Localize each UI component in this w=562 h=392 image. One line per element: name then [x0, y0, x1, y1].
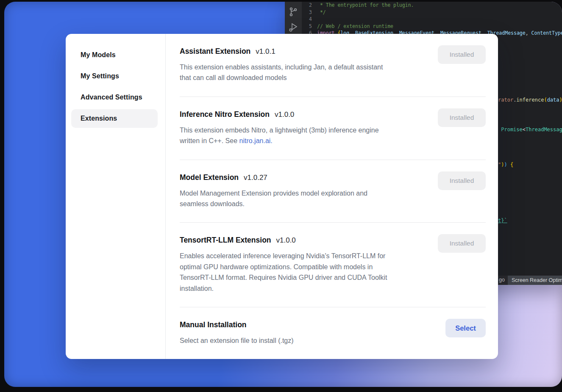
code-token: Promise — [498, 127, 523, 133]
code-fragment: Promise<ThreadMessage> — [498, 127, 562, 133]
code-fragment: t}` — [498, 218, 507, 224]
code-token: ) — [559, 97, 562, 103]
code-token: , — [526, 30, 531, 36]
sidebar-item-advanced-settings[interactable]: Advanced Settings — [71, 88, 158, 107]
code-line: 4 — [302, 16, 562, 23]
extension-description: Select an extension file to install (.tg… — [180, 335, 426, 346]
extension-section: Assistant Extensionv1.0.1This extension … — [180, 34, 486, 97]
code-text: // Web / extension runtime — [317, 23, 393, 30]
code-token: ThreadMessage — [526, 127, 562, 133]
code-token: { — [507, 162, 513, 168]
extension-version: v1.0.0 — [275, 110, 294, 119]
code-lines: 2 * The entrypoint for the plugin.3 */45… — [302, 2, 562, 37]
code-text: * The entrypoint for the plugin. — [317, 2, 414, 9]
status-bar-text: go — [499, 277, 505, 283]
sidebar-item-my-models[interactable]: My Models — [71, 46, 158, 64]
extension-title: Manual Installation — [180, 320, 247, 329]
code-fragment: rator.inference(data)); — [498, 97, 562, 103]
extension-section: Manual InstallationSelect an extension f… — [180, 307, 486, 359]
code-line: 2 * The entrypoint for the plugin. — [302, 2, 562, 9]
run-debug-icon[interactable] — [288, 22, 298, 32]
extension-title: Inference Nitro Extension — [180, 110, 270, 119]
line-number: 3 — [302, 9, 317, 16]
select-button[interactable]: Select — [445, 319, 486, 337]
extension-title: TensortRT-LLM Extension — [180, 236, 271, 244]
installed-button[interactable]: Installed — [438, 234, 486, 253]
code-token: rator — [498, 97, 513, 103]
code-fragment: ")) { — [498, 162, 513, 168]
installed-button[interactable]: Installed — [438, 108, 486, 127]
code-token: * The entrypoint for the plugin. — [317, 2, 414, 8]
extension-section: Model Extensionv1.0.27Model Management E… — [180, 160, 486, 223]
code-token: t}` — [498, 218, 507, 224]
extension-section: TensortRT-LLM Extensionv1.0.0Enables acc… — [180, 223, 486, 307]
extension-description: Enables accelerated inference leveraging… — [180, 251, 426, 294]
installed-button[interactable]: Installed — [438, 171, 486, 190]
code-token: inference — [516, 97, 544, 103]
installed-button[interactable]: Installed — [438, 45, 486, 64]
code-token: ) — [504, 162, 507, 168]
extension-title: Model Extension — [180, 173, 239, 182]
extension-version: v1.0.1 — [256, 47, 275, 55]
sidebar-item-extensions[interactable]: Extensions — [71, 109, 158, 128]
sidebar-item-my-settings[interactable]: My Settings — [71, 67, 158, 86]
code-token: < — [523, 127, 526, 133]
settings-sidebar: My ModelsMy SettingsAdvanced SettingsExt… — [66, 34, 166, 359]
extension-title-row: Manual Installation — [180, 320, 486, 330]
settings-modal: My ModelsMy SettingsAdvanced SettingsExt… — [66, 34, 498, 359]
extension-title: Assistant Extension — [180, 47, 250, 55]
nitro-jan-ai-link[interactable]: nitro.jan.ai. — [239, 137, 273, 144]
extensions-panel: Assistant Extensionv1.0.1This extension … — [166, 34, 498, 359]
line-number: 2 — [302, 2, 317, 9]
code-line: 5// Web / extension runtime — [302, 23, 562, 30]
code-token: data — [547, 97, 559, 103]
line-number: 5 — [302, 23, 317, 30]
extension-section: Inference Nitro Extensionv1.0.0This exte… — [180, 97, 486, 160]
code-line: 3 */ — [302, 9, 562, 16]
extension-description: This extension enables assistants, inclu… — [180, 62, 426, 83]
code-text: */ — [317, 9, 326, 16]
desktop-background: 2 * The entrypoint for the plugin.3 */45… — [4, 2, 562, 387]
extension-description: Model Management Extension provides mode… — [180, 188, 426, 210]
code-token: // Web / extension runtime — [317, 23, 393, 29]
screen-reader-optimized-item[interactable]: Screen Reader Optimized — [508, 276, 562, 285]
line-number: 4 — [302, 16, 317, 23]
code-token: ( — [544, 97, 547, 103]
code-token: */ — [317, 9, 326, 15]
code-token: ContentType — [531, 30, 562, 36]
source-control-icon[interactable] — [288, 7, 298, 17]
extension-version: v1.0.0 — [276, 236, 296, 244]
extension-description: This extension embeds Nitro, a lightweig… — [180, 125, 426, 146]
extension-version: v1.0.27 — [244, 174, 267, 182]
